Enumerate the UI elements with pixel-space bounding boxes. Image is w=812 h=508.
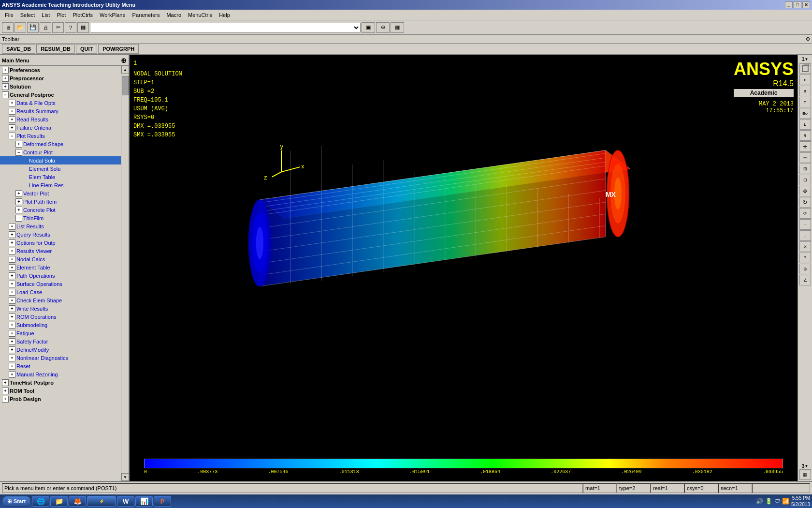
strip-arrow-down[interactable]: ▼	[805, 57, 809, 61]
tree-concrete-plot[interactable]: + Concrete Plot	[0, 206, 121, 214]
menu-list[interactable]: List	[39, 11, 53, 19]
strip-btn-dynamic[interactable]: ⟳	[799, 208, 811, 219]
tree-preprocessor[interactable]: + Preprocessor	[0, 74, 121, 82]
expander-query-results[interactable]: +	[9, 231, 15, 238]
scroll-up-arrow[interactable]: ▲	[121, 66, 129, 74]
tree-nodal-solu[interactable]: Nodal Solu	[0, 156, 121, 164]
expander-fatigue[interactable]: +	[9, 330, 15, 337]
menu-plotctrls[interactable]: PlotCtrls	[70, 11, 96, 19]
tree-write-results[interactable]: + Write Results	[0, 304, 121, 313]
tree-check-elem-shape[interactable]: + Check Elem Shape	[0, 296, 121, 304]
tree-element-solu[interactable]: Element Solu	[0, 164, 121, 173]
strip-arrow-down2[interactable]: ▼	[805, 464, 809, 468]
expander-surface-operations[interactable]: +	[9, 281, 15, 287]
menu-plot[interactable]: Plot	[54, 11, 69, 19]
tree-deformed-shape[interactable]: + Deformed Shape	[0, 140, 121, 148]
strip-btn-front[interactable]: F	[799, 75, 811, 85]
taskbar-explorer[interactable]: 🌐	[32, 496, 49, 507]
toolbar-btn-open[interactable]: 📂	[14, 22, 26, 33]
taskbar-ansys[interactable]: ⚡	[87, 496, 116, 507]
strip-btn-right[interactable]: R	[799, 130, 811, 141]
tree-fatigue[interactable]: + Fatigue	[0, 329, 121, 337]
tree-general-postproc[interactable]: − General Postproc	[0, 90, 121, 99]
taskbar-firefox[interactable]: 🦊	[69, 496, 86, 507]
tree-prob-design[interactable]: + Prob Design	[0, 395, 121, 403]
expander-general-postproc[interactable]: −	[2, 91, 9, 98]
strip-btn-query[interactable]: ?	[799, 253, 811, 263]
scroll-thumb[interactable]	[122, 76, 129, 95]
strip-btn-zoomin[interactable]: +	[799, 141, 811, 152]
strip-btn-3d[interactable]	[799, 63, 811, 74]
menu-macro[interactable]: Macro	[163, 11, 184, 19]
tree-path-operations[interactable]: + Path Operations	[0, 271, 121, 280]
toolbar-settings-icon[interactable]: ⊕	[806, 36, 810, 42]
tree-surface-operations[interactable]: + Surface Operations	[0, 280, 121, 288]
tree-options-outp[interactable]: + Options for Outp	[0, 239, 121, 247]
expander-solution[interactable]: +	[2, 83, 9, 90]
strip-btn-fit[interactable]: ⊡	[799, 175, 811, 185]
menu-file[interactable]: File	[2, 11, 16, 19]
taskbar-ppt[interactable]: P	[154, 496, 171, 507]
menu-menuctrls[interactable]: MenuCtrls	[185, 11, 215, 19]
strip-btn-cross[interactable]: ✕	[799, 241, 811, 252]
toolbar-btn-save[interactable]: 💾	[27, 22, 39, 33]
strip-btn-rotate[interactable]: ↻	[799, 197, 811, 208]
maximize-button[interactable]: □	[794, 1, 801, 8]
expander-element-table[interactable]: +	[9, 264, 15, 271]
tree-data-file-opts[interactable]: + Data & File Opts	[0, 99, 121, 107]
tree-thinfilm[interactable]: ~ ThinFilm	[0, 214, 121, 222]
expander-write-results[interactable]: +	[9, 305, 15, 312]
tree-load-case[interactable]: + Load Case	[0, 288, 121, 296]
expander-preferences[interactable]: +	[2, 67, 9, 74]
tree-results-summary[interactable]: + Results Summary	[0, 107, 121, 115]
expander-nonlinear[interactable]: +	[9, 355, 15, 361]
strip-btn-zoombox[interactable]: ⊞	[799, 164, 811, 174]
resum-db-button[interactable]: RESUM_DB	[36, 44, 75, 54]
menu-workplane[interactable]: WorkPlane	[97, 11, 129, 19]
strip-btn-left[interactable]: L	[799, 119, 811, 130]
strip-btn-bottom[interactable]: Bo	[799, 108, 811, 119]
tree-results-viewer[interactable]: + Results Viewer	[0, 247, 121, 255]
tree-rom-operations[interactable]: + ROM Operations	[0, 313, 121, 321]
close-button[interactable]: ✕	[802, 1, 810, 8]
tree-define-modify[interactable]: + Define/Modify	[0, 345, 121, 354]
expander-list-results[interactable]: +	[9, 223, 15, 230]
tree-line-elem-res[interactable]: Line Elem Res	[0, 181, 121, 189]
tree-preferences[interactable]: + Preferences	[0, 66, 121, 74]
quit-button[interactable]: QUIT	[76, 44, 97, 54]
expander-results-viewer[interactable]: +	[9, 248, 15, 254]
expander-deformed-shape[interactable]: +	[15, 141, 22, 148]
toolbar-btn-5[interactable]: ✂	[52, 22, 64, 33]
strip-btn-refresh[interactable]: ⊕	[799, 264, 811, 274]
expander-data-file[interactable]: +	[9, 100, 15, 106]
expander-manual-rezoning[interactable]: +	[9, 371, 15, 378]
tree-reset[interactable]: + Reset	[0, 362, 121, 370]
strip-btn-zoomout[interactable]: −	[799, 152, 811, 163]
toolbar-btn-print[interactable]: 🖨	[40, 22, 51, 33]
expander-thinfilm[interactable]: ~	[15, 215, 22, 222]
taskbar-word[interactable]: W	[117, 496, 134, 507]
expander-vector-plot[interactable]: +	[15, 190, 22, 197]
expander-read-results[interactable]: +	[9, 116, 15, 123]
panel-expand-icon[interactable]: ⊕	[121, 57, 127, 64]
expander-plot-path-item[interactable]: +	[15, 198, 22, 205]
expander-path-operations[interactable]: +	[9, 272, 15, 279]
toolbar-right-1[interactable]: ▣	[362, 22, 375, 33]
strip-btn-top[interactable]: T	[799, 97, 811, 107]
tree-elem-table[interactable]: Elem Table	[0, 173, 121, 181]
expander-submodeling[interactable]: +	[9, 322, 15, 329]
panel-scrollbar[interactable]: ▲ ▼	[121, 66, 129, 481]
expander-rom-operations[interactable]: +	[9, 314, 15, 320]
tree-safety-factor[interactable]: + Safety Factor	[0, 337, 121, 345]
expander-options-outp[interactable]: +	[9, 239, 15, 246]
tree-submodeling[interactable]: + Submodeling	[0, 321, 121, 329]
toolbar-combo[interactable]	[90, 23, 361, 32]
expander-failure-criteria[interactable]: +	[9, 124, 15, 131]
tree-nonlinear-diagnostics[interactable]: + Nonlinear Diagnostics	[0, 354, 121, 362]
strip-btn-dn[interactable]: ↓	[799, 230, 811, 241]
tree-rom-tool[interactable]: + ROM Tool	[0, 387, 121, 395]
tree-contour-plot[interactable]: − Contour Plot	[0, 148, 121, 156]
expander-load-case[interactable]: +	[9, 289, 15, 296]
expander-results-summary[interactable]: +	[9, 108, 15, 115]
tree-nodal-calcs[interactable]: + Nodal Calcs	[0, 255, 121, 263]
